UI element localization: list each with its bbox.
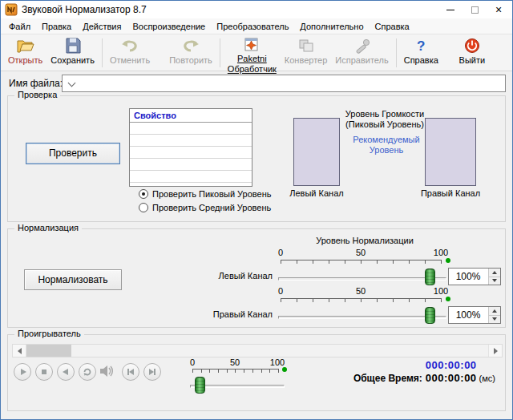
- right-scale-100: 100: [429, 286, 453, 296]
- menu-file[interactable]: Файл: [3, 19, 36, 34]
- app-icon: [5, 3, 18, 16]
- table-row[interactable]: [130, 123, 252, 135]
- right-channel-meter: [425, 118, 476, 186]
- left-level-spinner[interactable]: 100%: [448, 268, 501, 285]
- right-level-value[interactable]: 100%: [449, 307, 487, 323]
- menu-converter[interactable]: Преобразователь: [211, 19, 294, 34]
- redo-icon: [181, 38, 200, 54]
- spin-down-button[interactable]: [489, 315, 500, 324]
- spin-up-button[interactable]: [489, 269, 500, 277]
- play-button[interactable]: [14, 363, 31, 381]
- batch-label-line1: Paketni: [237, 55, 267, 63]
- normalize-button[interactable]: Нормализовать: [24, 269, 122, 290]
- exit-power-icon: [464, 38, 480, 54]
- repeat-icon: [83, 367, 92, 377]
- close-button[interactable]: ×: [487, 1, 511, 18]
- scroll-left-arrow[interactable]: [13, 345, 26, 357]
- check-group-label: Проверка: [14, 90, 60, 99]
- normalize-group: Нормализация Уровень Нормализации Нормал…: [7, 228, 506, 328]
- repeat-button[interactable]: [79, 363, 96, 381]
- check-group: Проверка Проверить Свойство Проверить Пи…: [7, 95, 506, 222]
- check-button[interactable]: Проверить: [26, 143, 120, 164]
- table-row[interactable]: [130, 147, 252, 159]
- right-slider-track[interactable]: [278, 316, 446, 319]
- table-row[interactable]: [130, 135, 252, 147]
- open-folder-icon: [16, 38, 35, 54]
- chevron-down-icon[interactable]: [68, 79, 76, 87]
- right-scale-50: 50: [349, 286, 373, 296]
- help-icon: ?: [417, 39, 425, 53]
- left-slider-track[interactable]: [278, 277, 446, 281]
- radio-check-peak[interactable]: Проверить Пиковый Уровень: [139, 189, 272, 199]
- open-label: Открыть: [8, 56, 42, 65]
- scrollbar-thumb[interactable]: [26, 345, 71, 357]
- stop-button[interactable]: [35, 363, 53, 381]
- maximize-button[interactable]: [463, 1, 487, 18]
- spin-down-button[interactable]: [489, 277, 500, 285]
- player-slider-ruler: [192, 369, 279, 373]
- minimize-button[interactable]: [438, 1, 463, 18]
- left-level-value[interactable]: 100%: [449, 269, 487, 285]
- app-window: Звуковой Нормализатор 8.7 × Файл Правка …: [0, 0, 513, 420]
- property-table: Свойство: [129, 108, 252, 187]
- save-label: Сохранить: [50, 56, 95, 65]
- player-scale-0: 0: [180, 357, 204, 367]
- filename-combobox[interactable]: [62, 75, 506, 92]
- menu-playback[interactable]: Воспроизведение: [127, 19, 211, 34]
- volume-button[interactable]: [99, 365, 115, 380]
- player-slider-thumb[interactable]: [195, 377, 205, 394]
- spin-up-button[interactable]: [489, 307, 500, 315]
- table-row[interactable]: [130, 171, 252, 183]
- redo-button[interactable]: Повторить: [165, 36, 216, 70]
- undo-icon: [120, 38, 139, 54]
- time-display: 000:00:00(мс) Общее Время:000:00:00(мс): [353, 359, 495, 385]
- menu-extra[interactable]: Дополнительно: [294, 19, 369, 34]
- toolbar-separator: [102, 38, 103, 67]
- left-slider-thumb[interactable]: [425, 269, 435, 285]
- fixer-icon: [353, 38, 371, 54]
- left-channel-label: Левый Канал: [186, 271, 273, 281]
- normalize-group-label: Нормализация: [14, 223, 82, 232]
- total-time-unit: (мс): [479, 374, 495, 383]
- exit-button[interactable]: Выйти: [454, 36, 491, 70]
- right-slider-green-dot: [446, 297, 450, 301]
- radio-check-average[interactable]: Проверить Средний Уровень: [139, 203, 271, 212]
- player-scale-50: 50: [223, 357, 247, 367]
- batch-label-line2: Обработчик: [228, 65, 277, 74]
- right-channel-label: Правый Канал: [186, 309, 273, 319]
- radio-average-label: Проверить Средний Уровень: [152, 203, 271, 212]
- speaker-icon: [99, 365, 115, 378]
- volume-level-title: Уровень Громкости (Пиковый Уровень): [329, 109, 441, 130]
- table-row[interactable]: [130, 159, 252, 171]
- open-button[interactable]: Открыть: [4, 36, 46, 70]
- right-slider-thumb[interactable]: [425, 307, 435, 324]
- converter-button[interactable]: Конвертер: [281, 36, 331, 70]
- undo-button[interactable]: Отменить: [106, 36, 154, 70]
- radio-peak-label: Проверить Пиковый Уровень: [152, 189, 272, 199]
- right-slider-ruler: [281, 298, 442, 302]
- rewind-button[interactable]: [57, 363, 75, 381]
- redo-label: Повторить: [169, 56, 212, 65]
- play-icon: [18, 367, 27, 377]
- help-button[interactable]: ? Справка: [400, 36, 442, 70]
- converter-label: Конвертер: [285, 56, 327, 65]
- right-channel-meter-label: Правый Канал: [409, 188, 492, 198]
- left-scale-100: 100: [429, 248, 453, 257]
- exit-label: Выйти: [459, 56, 486, 65]
- player-group: Проигрыватель: [7, 334, 506, 411]
- menu-actions[interactable]: Действия: [77, 19, 127, 34]
- batch-processor-button[interactable]: Paketni Обработчик: [224, 36, 281, 70]
- scroll-right-arrow[interactable]: [488, 345, 502, 357]
- right-level-spinner[interactable]: 100%: [448, 306, 501, 324]
- previous-button[interactable]: [122, 363, 139, 381]
- menu-help[interactable]: Справка: [370, 19, 415, 34]
- seek-scrollbar[interactable]: [12, 344, 503, 357]
- rewind-icon: [61, 367, 71, 377]
- save-button[interactable]: Сохранить: [46, 36, 99, 70]
- fixer-button[interactable]: Исправитель: [331, 36, 392, 70]
- left-scale-50: 50: [349, 248, 373, 257]
- menu-edit[interactable]: Правка: [36, 19, 77, 34]
- window-controls: ×: [438, 1, 511, 18]
- save-floppy-icon: [64, 38, 82, 54]
- next-button[interactable]: [143, 363, 161, 381]
